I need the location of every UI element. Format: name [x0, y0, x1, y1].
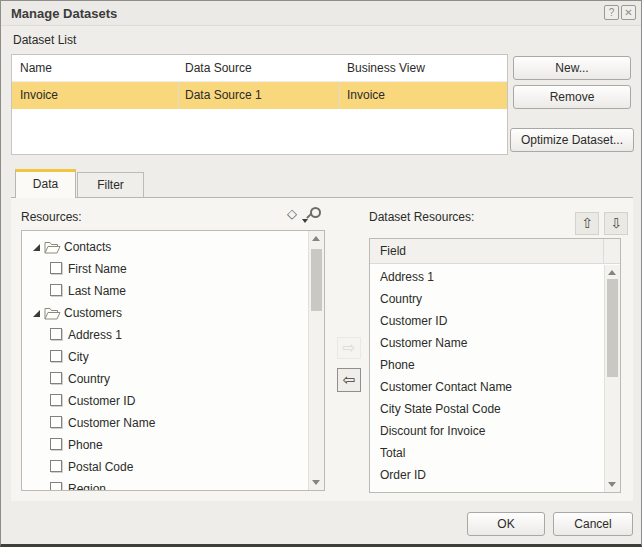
dataset-field-row[interactable]: Customer Name: [370, 332, 604, 354]
dataset-field-row[interactable]: Phone: [370, 354, 604, 376]
help-icon: ?: [609, 7, 615, 18]
scroll-up-button[interactable]: [309, 231, 324, 247]
tree-expanded-icon[interactable]: [32, 243, 41, 252]
tree-folder-label: Customers: [64, 302, 122, 324]
tree-field-label: Postal Code: [68, 456, 133, 478]
arrow-up-icon: ⇧: [581, 215, 593, 231]
field-checkbox[interactable]: [50, 438, 62, 450]
remove-from-dataset-button[interactable]: ⇦: [337, 368, 361, 392]
scroll-thumb[interactable]: [607, 279, 618, 377]
tree-scrollbar[interactable]: [308, 231, 324, 490]
dataset-field-label: City State Postal Code: [380, 402, 501, 416]
tab-filter[interactable]: Filter: [77, 172, 144, 197]
field-checkbox[interactable]: [50, 372, 62, 384]
column-header-name: Name: [20, 55, 52, 82]
scroll-down-button[interactable]: [605, 476, 620, 492]
field-checkbox[interactable]: [50, 416, 62, 428]
field-checkbox[interactable]: [50, 460, 62, 472]
dataset-source-cell: Data Source 1: [185, 82, 262, 109]
tree-field-label: Customer Name: [68, 412, 155, 434]
field-checkbox[interactable]: [50, 482, 62, 490]
optimize-dataset-button[interactable]: Optimize Dataset...: [510, 128, 634, 152]
tree-field-row[interactable]: Last Name: [22, 280, 308, 302]
tree-field-row[interactable]: Region: [22, 478, 308, 490]
tree-folder-label: Contacts: [64, 236, 111, 258]
tree-field-row[interactable]: Postal Code: [22, 456, 308, 478]
dropdown-arrow-icon[interactable]: [302, 219, 308, 223]
column-divider: [339, 82, 340, 109]
remove-button[interactable]: Remove: [513, 85, 631, 109]
move-up-button[interactable]: ⇧: [575, 212, 599, 235]
dataset-field-label: Customer Name: [380, 336, 467, 350]
column-header-business-view: Business View: [347, 55, 425, 82]
dataset-field-label: Customer ID: [380, 314, 447, 328]
arrow-up-icon: [608, 270, 616, 275]
tree-field-row[interactable]: First Name: [22, 258, 308, 280]
new-button[interactable]: New...: [513, 56, 631, 80]
resources-label: Resources:: [21, 210, 82, 224]
tree-field-label: City: [68, 346, 89, 368]
help-button[interactable]: ?: [604, 5, 619, 20]
column-header-data-source: Data Source: [185, 55, 252, 82]
dataset-field-row[interactable]: Address 1: [370, 266, 604, 288]
dataset-field-label: Quantity: [380, 490, 425, 492]
tree-field-row[interactable]: Phone: [22, 434, 308, 456]
dataset-field-label: Order ID: [380, 468, 426, 482]
arrow-down-icon: ⇩: [610, 215, 622, 231]
arrow-left-icon: ⇦: [343, 371, 356, 389]
field-checkbox[interactable]: [50, 262, 62, 274]
list-scrollbar[interactable]: [604, 265, 620, 492]
arrow-down-icon: [608, 482, 616, 487]
scroll-down-button[interactable]: [309, 474, 324, 490]
move-down-button[interactable]: ⇩: [604, 212, 628, 235]
dataset-field-label: Country: [380, 292, 422, 306]
dataset-field-row[interactable]: Country: [370, 288, 604, 310]
tree-field-label: Last Name: [68, 280, 126, 302]
ok-button[interactable]: OK: [467, 512, 545, 536]
dataset-view-cell: Invoice: [347, 82, 385, 109]
close-button[interactable]: ✕: [621, 5, 636, 20]
tree-folder-row[interactable]: Contacts: [22, 236, 308, 258]
title-bar: Manage Datasets ? ✕: [1, 1, 641, 26]
tab-data[interactable]: Data: [15, 169, 76, 198]
field-checkbox[interactable]: [50, 350, 62, 362]
field-checkbox[interactable]: [50, 394, 62, 406]
scroll-thumb[interactable]: [311, 249, 322, 311]
tree-field-label: Customer ID: [68, 390, 135, 412]
dataset-field-row[interactable]: Customer ID: [370, 310, 604, 332]
tree-field-row[interactable]: City: [22, 346, 308, 368]
dataset-field-row[interactable]: Order ID: [370, 464, 604, 486]
dataset-field-row[interactable]: Discount for Invoice: [370, 420, 604, 442]
add-to-dataset-button[interactable]: ⇨: [337, 337, 361, 359]
dataset-field-row[interactable]: City State Postal Code: [370, 398, 604, 420]
field-checkbox[interactable]: [50, 284, 62, 296]
tree-field-label: Address 1: [68, 324, 122, 346]
dataset-field-row[interactable]: Quantity: [370, 486, 604, 492]
tree-field-row[interactable]: Customer Name: [22, 412, 308, 434]
dataset-list-header-row: Name Data Source Business View: [12, 55, 507, 82]
field-checkbox[interactable]: [50, 328, 62, 340]
dataset-field-label: Customer Contact Name: [380, 380, 512, 394]
dataset-row-selected[interactable]: Invoice Data Source 1 Invoice: [12, 82, 507, 109]
arrow-right-icon: ⇨: [343, 339, 356, 357]
tree-field-label: Country: [68, 368, 110, 390]
tree-expanded-icon[interactable]: [32, 309, 41, 318]
dataset-field-row[interactable]: Customer Contact Name: [370, 376, 604, 398]
tree-folder-row[interactable]: Customers: [22, 302, 308, 324]
dataset-resources-list: Address 1 Country Customer ID Customer N…: [370, 266, 604, 492]
close-icon: ✕: [624, 7, 632, 18]
tree-field-row[interactable]: Country: [22, 368, 308, 390]
arrow-down-icon: [312, 480, 320, 485]
dataset-name-cell: Invoice: [20, 82, 58, 109]
tree-field-row[interactable]: Customer ID: [22, 390, 308, 412]
folder-open-icon: [44, 307, 61, 320]
sort-icon[interactable]: ◇: [287, 206, 297, 221]
arrow-up-icon: [312, 236, 320, 241]
tree-field-row[interactable]: Address 1: [22, 324, 308, 346]
search-icon[interactable]: [310, 207, 321, 218]
cancel-button[interactable]: Cancel: [553, 512, 633, 536]
dataset-field-row[interactable]: Total: [370, 442, 604, 464]
dataset-list-label: Dataset List: [13, 33, 76, 47]
dataset-resources-panel: Field Address 1 Country Customer ID Cust…: [369, 238, 621, 493]
field-column-header: Field: [370, 239, 620, 264]
